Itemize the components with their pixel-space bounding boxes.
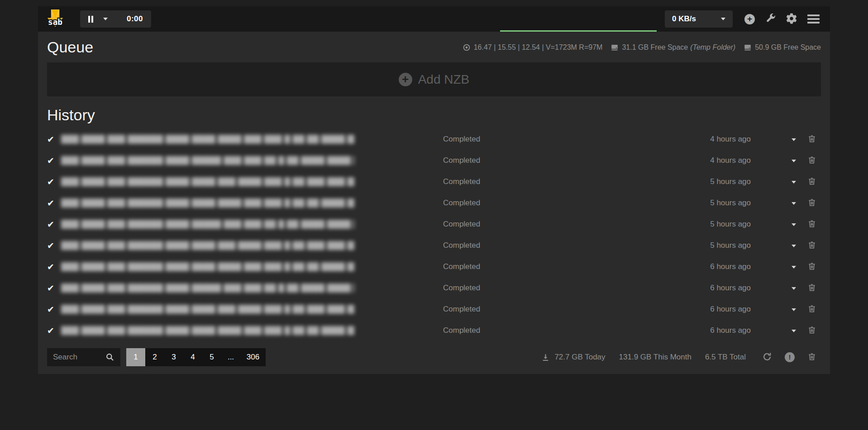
history-item-time: 5 hours ago [696, 241, 751, 250]
history-item-name[interactable]: ███ ████ ███ ██████ ████ ████ ████ ███ █… [61, 326, 354, 335]
queue-title: Queue [47, 38, 93, 56]
history-item-time: 4 hours ago [696, 156, 751, 165]
history-row: ✔ ███ ████ ███ ██████ ████ █████ ███ ███… [38, 277, 830, 298]
search-input[interactable] [53, 353, 102, 362]
history-item-status: Completed [443, 198, 497, 208]
history-item-time: 5 hours ago [696, 177, 751, 186]
row-actions-dropdown[interactable] [790, 155, 798, 165]
check-icon: ✔ [47, 262, 61, 272]
row-delete-button[interactable] [807, 240, 816, 251]
trash-icon [807, 219, 816, 230]
history-item-name[interactable]: ███ ████ ███ ██████ ████ █████ ███ ███ █… [61, 156, 354, 165]
history-item-name[interactable]: ███ ████ ███ ██████ ████ ████ ███ ████ █… [61, 241, 354, 250]
temp-drive-icon [610, 43, 619, 52]
trash-icon [807, 198, 816, 208]
history-item-time: 5 hours ago [696, 220, 751, 229]
search-icon[interactable] [105, 353, 114, 362]
history-item-status: Completed [443, 135, 497, 144]
hamburger-icon [807, 14, 820, 24]
check-icon: ✔ [47, 134, 61, 144]
trash-icon [807, 134, 816, 145]
add-nzb-plus-icon: + [399, 73, 412, 86]
add-nzb-nav-button[interactable]: + [744, 14, 755, 24]
settings-gear-button[interactable] [786, 13, 797, 25]
history-row: ✔ ███ ████ ███ ██████ ████ ████ ███ ████… [38, 235, 830, 256]
add-nzb-label: Add NZB [418, 72, 470, 87]
complete-drive-icon [744, 43, 752, 52]
row-delete-button[interactable] [807, 261, 816, 272]
history-item-time: 6 hours ago [696, 284, 751, 293]
history-row: ✔ ███ ████ ███ ██████ ████ █████ ███ ███… [38, 213, 830, 235]
pagination-page-button[interactable]: 2 [145, 348, 164, 366]
main-content: Queue 16.47 | 15.55 | 12.54 | V=1723M R=… [38, 32, 830, 374]
history-item-status: Completed [443, 305, 497, 314]
chevron-down-icon [792, 181, 796, 184]
pagination-page-button[interactable]: 5 [202, 348, 221, 366]
history-item-name[interactable]: ███ ████ ███ ██████ ████ █████ ███ ███ █… [61, 284, 354, 293]
svg-text:sab: sab [48, 18, 62, 27]
history-item-name[interactable]: ███ ████ ███ ██████ ████ ████ ████ ███ █… [61, 135, 354, 144]
check-icon: ✔ [47, 219, 61, 229]
row-actions-dropdown[interactable] [790, 240, 798, 250]
row-delete-button[interactable] [807, 176, 816, 187]
history-item-name[interactable]: ███ ████ ███ ██████ ████ ████ ███ ████ █… [61, 177, 354, 186]
row-actions-dropdown[interactable] [790, 304, 798, 314]
total-today: 72.7 GB Today [554, 353, 605, 362]
wrench-icon [765, 13, 776, 25]
history-item-status: Completed [443, 241, 497, 250]
history-item-name[interactable]: ███ ████ ███ ██████ ████ ████ ███ ████ █… [61, 305, 354, 314]
download-icon [541, 353, 550, 362]
check-icon: ✔ [47, 177, 61, 187]
row-delete-button[interactable] [807, 219, 816, 230]
history-item-name[interactable]: ███ ████ ███ ██████ ████ ████ ████ ███ █… [61, 262, 354, 271]
trash-icon [807, 240, 816, 251]
row-actions-dropdown[interactable] [790, 219, 798, 229]
speed-limit-dropdown[interactable]: 0 KB/s [665, 10, 733, 28]
row-actions-dropdown[interactable] [790, 261, 798, 272]
pause-button[interactable] [88, 16, 93, 23]
pagination-page-button[interactable]: 1 [126, 348, 145, 366]
history-item-time: 6 hours ago [696, 305, 751, 314]
row-delete-button[interactable] [807, 283, 816, 293]
trash-icon [807, 261, 816, 272]
purge-history-button[interactable] [807, 352, 816, 363]
trash-icon [807, 304, 816, 315]
pagination-page-button[interactable]: ... [221, 348, 240, 366]
row-actions-dropdown[interactable] [790, 134, 798, 144]
chevron-down-icon [792, 202, 796, 205]
pagination-page-button[interactable]: 306 [240, 348, 266, 366]
row-actions-dropdown[interactable] [790, 283, 798, 293]
row-delete-button[interactable] [807, 325, 816, 336]
total-month: 131.9 GB This Month [619, 353, 692, 362]
speed-caret-icon [721, 18, 725, 20]
row-actions-dropdown[interactable] [790, 176, 798, 187]
pagination-page-button[interactable]: 3 [164, 348, 183, 366]
row-delete-button[interactable] [807, 134, 816, 145]
exclamation-circle-icon: ! [785, 352, 795, 362]
sabnzbd-logo-icon[interactable]: sab [45, 8, 66, 31]
row-delete-button[interactable] [807, 198, 816, 208]
history-item-status: Completed [443, 284, 497, 293]
plus-circle-icon: + [744, 14, 755, 24]
row-delete-button[interactable] [807, 155, 816, 166]
history-item-status: Completed [443, 262, 497, 271]
trash-icon [807, 352, 816, 363]
main-menu-button[interactable] [807, 14, 820, 24]
speed-value: 0 KB/s [672, 14, 696, 24]
check-icon: ✔ [47, 283, 61, 293]
row-delete-button[interactable] [807, 304, 816, 315]
history-item-name[interactable]: ███ ████ ███ ██████ ████ █████ ███ ███ █… [61, 220, 354, 229]
refresh-button[interactable] [762, 352, 772, 363]
row-actions-dropdown[interactable] [790, 325, 798, 335]
history-item-name[interactable]: ███ ████ ███ ██████ ████ ████ ████ ███ █… [61, 198, 354, 208]
history-info-button[interactable]: ! [785, 352, 795, 362]
pagination-page-button[interactable]: 4 [183, 348, 202, 366]
chevron-down-icon [792, 308, 796, 311]
pagination: 1 2 3 4 5 ... 306 [126, 348, 266, 366]
chevron-down-icon [792, 266, 796, 269]
history-item-time: 4 hours ago [696, 135, 751, 144]
status-wrench-button[interactable] [765, 13, 776, 25]
row-actions-dropdown[interactable] [790, 198, 798, 208]
add-nzb-dropzone[interactable]: + Add NZB [47, 62, 821, 96]
pause-dropdown-caret-icon[interactable] [103, 18, 108, 20]
